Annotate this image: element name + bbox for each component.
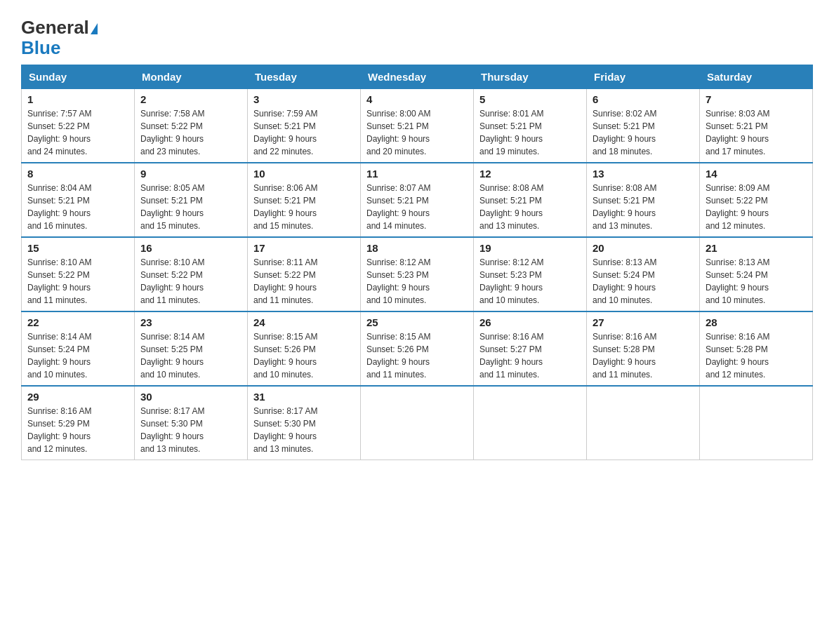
header-row: SundayMondayTuesdayWednesdayThursdayFrid… (22, 65, 813, 89)
logo-triangle-icon (91, 23, 98, 34)
week-row-5: 29Sunrise: 8:16 AMSunset: 5:29 PMDayligh… (22, 386, 813, 460)
calendar-cell: 22Sunrise: 8:14 AMSunset: 5:24 PMDayligh… (22, 311, 135, 386)
day-info: Sunrise: 8:00 AMSunset: 5:21 PMDaylight:… (366, 107, 468, 158)
day-info: Sunrise: 8:10 AMSunset: 5:22 PMDaylight:… (27, 256, 128, 307)
day-info: Sunrise: 8:14 AMSunset: 5:25 PMDaylight:… (140, 330, 241, 381)
calendar-cell (474, 386, 587, 460)
calendar-cell (361, 386, 474, 460)
week-row-2: 8Sunrise: 8:04 AMSunset: 5:21 PMDaylight… (22, 163, 813, 237)
calendar-cell (700, 386, 813, 460)
day-info: Sunrise: 8:01 AMSunset: 5:21 PMDaylight:… (479, 107, 581, 158)
header-sunday: Sunday (22, 65, 135, 89)
day-number: 19 (479, 242, 581, 254)
day-number: 30 (140, 391, 241, 403)
calendar-cell: 31Sunrise: 8:17 AMSunset: 5:30 PMDayligh… (248, 386, 361, 460)
calendar-cell: 1Sunrise: 7:57 AMSunset: 5:22 PMDaylight… (22, 89, 135, 163)
calendar-cell: 9Sunrise: 8:05 AMSunset: 5:21 PMDaylight… (135, 163, 248, 237)
calendar-cell: 10Sunrise: 8:06 AMSunset: 5:21 PMDayligh… (248, 163, 361, 237)
day-info: Sunrise: 8:10 AMSunset: 5:22 PMDaylight:… (140, 256, 241, 307)
day-number: 8 (27, 168, 128, 180)
day-info: Sunrise: 8:04 AMSunset: 5:21 PMDaylight:… (27, 182, 128, 232)
calendar-cell: 27Sunrise: 8:16 AMSunset: 5:28 PMDayligh… (587, 311, 700, 386)
day-number: 9 (140, 168, 241, 180)
page-header: General Blue (21, 14, 813, 58)
day-info: Sunrise: 8:05 AMSunset: 5:21 PMDaylight:… (140, 182, 241, 232)
day-info: Sunrise: 8:12 AMSunset: 5:23 PMDaylight:… (366, 256, 468, 307)
week-row-3: 15Sunrise: 8:10 AMSunset: 5:22 PMDayligh… (22, 237, 813, 311)
week-row-4: 22Sunrise: 8:14 AMSunset: 5:24 PMDayligh… (22, 311, 813, 386)
calendar-cell: 17Sunrise: 8:11 AMSunset: 5:22 PMDayligh… (248, 237, 361, 311)
calendar-cell: 4Sunrise: 8:00 AMSunset: 5:21 PMDaylight… (361, 89, 474, 163)
day-number: 23 (140, 316, 241, 328)
calendar-cell: 3Sunrise: 7:59 AMSunset: 5:21 PMDaylight… (248, 89, 361, 163)
day-info: Sunrise: 8:02 AMSunset: 5:21 PMDaylight:… (593, 107, 694, 158)
day-number: 2 (140, 93, 241, 105)
day-info: Sunrise: 8:12 AMSunset: 5:23 PMDaylight:… (479, 256, 581, 307)
day-info: Sunrise: 8:13 AMSunset: 5:24 PMDaylight:… (706, 256, 807, 307)
day-number: 7 (706, 93, 807, 105)
calendar-cell: 24Sunrise: 8:15 AMSunset: 5:26 PMDayligh… (248, 311, 361, 386)
day-number: 25 (366, 316, 468, 328)
day-number: 4 (366, 93, 468, 105)
day-number: 29 (27, 391, 128, 403)
day-number: 16 (140, 242, 241, 254)
day-number: 11 (366, 168, 468, 180)
header-friday: Friday (587, 65, 700, 89)
day-info: Sunrise: 8:06 AMSunset: 5:21 PMDaylight:… (253, 182, 355, 232)
day-number: 17 (253, 242, 355, 254)
calendar-cell: 8Sunrise: 8:04 AMSunset: 5:21 PMDaylight… (22, 163, 135, 237)
day-info: Sunrise: 7:58 AMSunset: 5:22 PMDaylight:… (140, 107, 241, 158)
calendar-cell: 20Sunrise: 8:13 AMSunset: 5:24 PMDayligh… (587, 237, 700, 311)
day-number: 18 (366, 242, 468, 254)
day-number: 20 (593, 242, 694, 254)
day-number: 27 (593, 316, 694, 328)
header-tuesday: Tuesday (248, 65, 361, 89)
calendar-cell: 19Sunrise: 8:12 AMSunset: 5:23 PMDayligh… (474, 237, 587, 311)
header-monday: Monday (135, 65, 248, 89)
day-number: 26 (479, 316, 581, 328)
day-info: Sunrise: 8:13 AMSunset: 5:24 PMDaylight:… (593, 256, 694, 307)
calendar-cell: 11Sunrise: 8:07 AMSunset: 5:21 PMDayligh… (361, 163, 474, 237)
day-info: Sunrise: 8:17 AMSunset: 5:30 PMDaylight:… (253, 405, 355, 455)
header-thursday: Thursday (474, 65, 587, 89)
day-number: 15 (27, 242, 128, 254)
day-info: Sunrise: 8:16 AMSunset: 5:28 PMDaylight:… (706, 330, 807, 381)
day-info: Sunrise: 8:08 AMSunset: 5:21 PMDaylight:… (593, 182, 694, 232)
day-number: 3 (253, 93, 355, 105)
day-info: Sunrise: 8:09 AMSunset: 5:22 PMDaylight:… (706, 182, 807, 232)
calendar-cell: 26Sunrise: 8:16 AMSunset: 5:27 PMDayligh… (474, 311, 587, 386)
day-info: Sunrise: 8:15 AMSunset: 5:26 PMDaylight:… (366, 330, 468, 381)
day-info: Sunrise: 8:03 AMSunset: 5:21 PMDaylight:… (706, 107, 807, 158)
logo: General Blue (21, 14, 98, 58)
day-info: Sunrise: 8:07 AMSunset: 5:21 PMDaylight:… (366, 182, 468, 232)
day-info: Sunrise: 8:16 AMSunset: 5:29 PMDaylight:… (27, 405, 128, 455)
calendar-cell: 14Sunrise: 8:09 AMSunset: 5:22 PMDayligh… (700, 163, 813, 237)
day-info: Sunrise: 7:59 AMSunset: 5:21 PMDaylight:… (253, 107, 355, 158)
calendar-cell: 5Sunrise: 8:01 AMSunset: 5:21 PMDaylight… (474, 89, 587, 163)
day-info: Sunrise: 8:14 AMSunset: 5:24 PMDaylight:… (27, 330, 128, 381)
day-info: Sunrise: 8:16 AMSunset: 5:28 PMDaylight:… (593, 330, 694, 381)
logo-general: General (21, 18, 98, 38)
day-info: Sunrise: 8:15 AMSunset: 5:26 PMDaylight:… (253, 330, 355, 381)
calendar-cell: 16Sunrise: 8:10 AMSunset: 5:22 PMDayligh… (135, 237, 248, 311)
header-saturday: Saturday (700, 65, 813, 89)
day-info: Sunrise: 8:16 AMSunset: 5:27 PMDaylight:… (479, 330, 581, 381)
day-number: 28 (706, 316, 807, 328)
calendar-cell: 28Sunrise: 8:16 AMSunset: 5:28 PMDayligh… (700, 311, 813, 386)
day-info: Sunrise: 7:57 AMSunset: 5:22 PMDaylight:… (27, 107, 128, 158)
day-number: 6 (593, 93, 694, 105)
calendar-cell: 15Sunrise: 8:10 AMSunset: 5:22 PMDayligh… (22, 237, 135, 311)
day-number: 31 (253, 391, 355, 403)
day-info: Sunrise: 8:17 AMSunset: 5:30 PMDaylight:… (140, 405, 241, 455)
calendar-cell: 2Sunrise: 7:58 AMSunset: 5:22 PMDaylight… (135, 89, 248, 163)
logo-blue: Blue (21, 38, 60, 58)
header-wednesday: Wednesday (361, 65, 474, 89)
calendar-cell: 23Sunrise: 8:14 AMSunset: 5:25 PMDayligh… (135, 311, 248, 386)
day-info: Sunrise: 8:11 AMSunset: 5:22 PMDaylight:… (253, 256, 355, 307)
calendar-cell: 21Sunrise: 8:13 AMSunset: 5:24 PMDayligh… (700, 237, 813, 311)
calendar-table: SundayMondayTuesdayWednesdayThursdayFrid… (21, 65, 813, 460)
day-number: 12 (479, 168, 581, 180)
day-info: Sunrise: 8:08 AMSunset: 5:21 PMDaylight:… (479, 182, 581, 232)
calendar-cell: 25Sunrise: 8:15 AMSunset: 5:26 PMDayligh… (361, 311, 474, 386)
day-number: 5 (479, 93, 581, 105)
